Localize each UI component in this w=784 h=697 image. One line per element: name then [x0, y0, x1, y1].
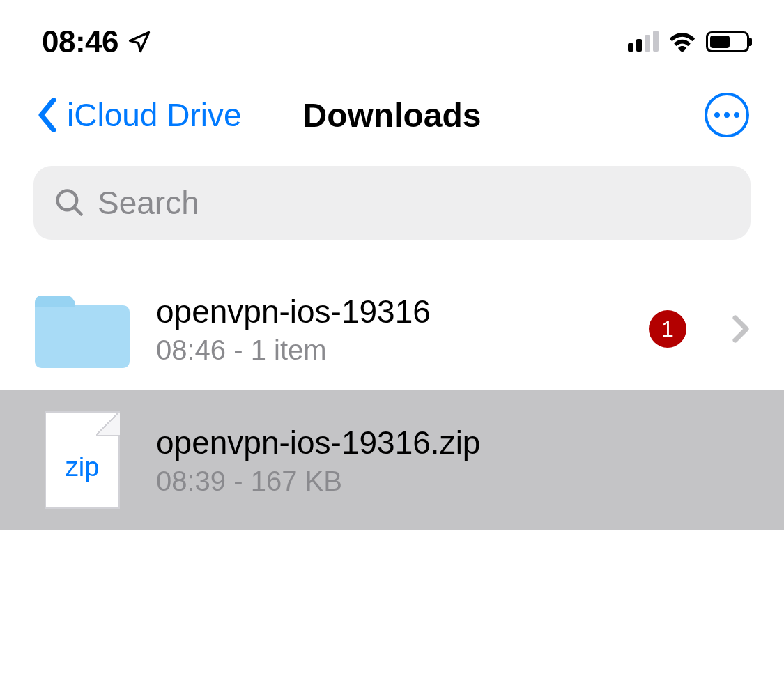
back-label: iCloud Drive: [67, 96, 242, 134]
svg-line-1: [74, 207, 81, 214]
zip-label: zip: [66, 452, 100, 482]
chevron-left-icon: [35, 98, 60, 132]
more-button[interactable]: [705, 93, 749, 137]
cellular-signal-icon: [628, 32, 659, 52]
ellipsis-icon: [714, 112, 739, 118]
search-icon: [54, 187, 85, 218]
status-right: [628, 31, 749, 52]
file-name: openvpn-ios-19316.zip: [156, 424, 749, 461]
status-badge: 1: [649, 310, 686, 348]
back-button[interactable]: iCloud Drive: [35, 96, 242, 134]
status-bar: 08:46: [0, 0, 784, 77]
status-time: 08:46: [42, 24, 118, 59]
file-name: openvpn-ios-19316: [156, 293, 624, 330]
chevron-right-icon: [732, 315, 749, 343]
status-left: 08:46: [42, 24, 152, 59]
list-item[interactable]: openvpn-ios-19316 08:46 - 1 item 1: [0, 268, 784, 390]
location-icon: [127, 29, 152, 54]
file-info: openvpn-ios-19316.zip 08:39 - 167 KB: [156, 424, 749, 497]
file-list: openvpn-ios-19316 08:46 - 1 item 1 zip o…: [0, 268, 784, 530]
file-meta: 08:39 - 167 KB: [156, 466, 749, 497]
wifi-icon: [668, 31, 696, 52]
battery-icon: [706, 31, 749, 52]
list-item[interactable]: zip openvpn-ios-19316.zip 08:39 - 167 KB: [0, 390, 784, 530]
search-input[interactable]: [98, 184, 730, 222]
search-container: [0, 153, 784, 268]
page-title: Downloads: [302, 96, 481, 135]
zip-file-icon: zip: [33, 411, 131, 509]
nav-bar: iCloud Drive Downloads: [0, 77, 784, 153]
search-field[interactable]: [33, 166, 751, 240]
file-info: openvpn-ios-19316 08:46 - 1 item: [156, 293, 624, 366]
file-meta: 08:46 - 1 item: [156, 335, 624, 366]
folder-icon: [33, 289, 131, 369]
